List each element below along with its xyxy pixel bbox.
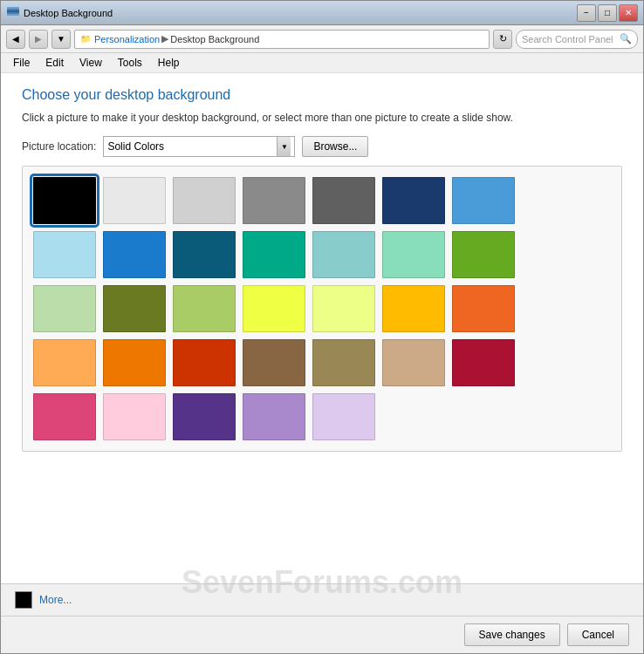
forward-icon: ▶: [35, 34, 42, 44]
color-swatch-1-0[interactable]: [33, 231, 96, 278]
color-swatch-4-4[interactable]: [312, 393, 375, 440]
browse-button[interactable]: Browse...: [302, 136, 368, 157]
refresh-button[interactable]: ↻: [493, 30, 512, 49]
forward-button[interactable]: ▶: [29, 30, 48, 49]
content-area: Choose your desktop background Click a p…: [1, 73, 643, 583]
menu-file[interactable]: File: [6, 55, 37, 71]
color-swatch-2-5[interactable]: [382, 285, 445, 332]
color-swatch-3-2[interactable]: [173, 339, 236, 386]
color-swatch-1-4[interactable]: [312, 231, 375, 278]
color-swatch-0-5[interactable]: [382, 177, 445, 224]
color-swatch-1-1[interactable]: [103, 231, 166, 278]
menu-edit[interactable]: Edit: [38, 55, 71, 71]
footer-buttons: Save changes Cancel: [1, 616, 643, 653]
window-controls: − □ ✕: [577, 4, 638, 22]
color-swatch-2-6[interactable]: [452, 285, 515, 332]
color-swatch-2-1[interactable]: [103, 285, 166, 332]
color-swatch-0-4[interactable]: [312, 177, 375, 224]
address-bar: ◀ ▶ ▼ 📁 Personalization ▶ Desktop Backgr…: [1, 25, 643, 53]
color-swatch-1-2[interactable]: [173, 231, 236, 278]
color-swatch-3-4[interactable]: [312, 339, 375, 386]
search-box[interactable]: Search Control Panel 🔍: [516, 30, 638, 49]
more-link[interactable]: More...: [39, 594, 72, 606]
color-swatch-1-5[interactable]: [382, 231, 445, 278]
picture-location-row: Picture location: Solid Colors ▼ Browse.…: [22, 136, 622, 157]
address-path[interactable]: 📁 Personalization ▶ Desktop Background: [74, 30, 490, 49]
color-swatch-3-3[interactable]: [243, 339, 305, 386]
color-swatch-4-0[interactable]: [33, 393, 96, 440]
color-row-1: [33, 231, 611, 278]
menu-view[interactable]: View: [72, 55, 109, 71]
color-swatch-3-0[interactable]: [33, 339, 96, 386]
search-placeholder: Search Control Panel: [522, 34, 613, 44]
breadcrumb-separator: ▶: [161, 33, 168, 44]
color-swatch-0-0[interactable]: [33, 177, 96, 224]
color-swatch-0-1[interactable]: [103, 177, 166, 224]
color-swatch-2-2[interactable]: [173, 285, 236, 332]
color-swatch-2-0[interactable]: [33, 285, 96, 332]
page-title: Choose your desktop background: [22, 87, 622, 103]
color-swatch-1-6[interactable]: [452, 231, 515, 278]
breadcrumb-current: Desktop Background: [170, 34, 259, 44]
color-swatch-1-3[interactable]: [243, 231, 305, 278]
color-swatch-4-3[interactable]: [243, 393, 305, 440]
color-swatch-0-3[interactable]: [243, 177, 305, 224]
title-bar: Desktop Background − □ ✕: [1, 1, 643, 25]
current-color-preview: [15, 591, 32, 609]
color-row-4: [33, 393, 611, 440]
main-window: Desktop Background − □ ✕ ◀ ▶ ▼ 📁 Persona…: [0, 0, 644, 654]
picture-location-label: Picture location:: [22, 140, 96, 153]
breadcrumb-personalization[interactable]: Personalization: [94, 34, 160, 44]
color-row-3: [33, 339, 611, 386]
main-content-wrapper: Choose your desktop background Click a p…: [1, 73, 643, 653]
color-swatch-0-6[interactable]: [452, 177, 515, 224]
refresh-icon: ↻: [499, 33, 507, 44]
minimize-button[interactable]: −: [577, 4, 596, 22]
dropdown-value: Solid Colors: [107, 140, 277, 153]
window-title: Desktop Background: [24, 8, 577, 18]
search-icon: 🔍: [620, 33, 632, 44]
color-swatch-4-1[interactable]: [103, 393, 166, 440]
close-button[interactable]: ✕: [619, 4, 638, 22]
color-swatch-2-3[interactable]: [243, 285, 305, 332]
menu-bar: File Edit View Tools Help: [1, 53, 643, 73]
picture-location-dropdown[interactable]: Solid Colors ▼: [103, 136, 295, 157]
color-swatch-3-6[interactable]: [452, 339, 515, 386]
dropdown-button[interactable]: ▼: [51, 30, 71, 49]
color-row-2: [33, 285, 611, 332]
dropdown-arrow-icon: ▼: [277, 137, 291, 156]
page-subtitle: Click a picture to make it your desktop …: [22, 112, 622, 124]
dropdown-icon: ▼: [57, 34, 65, 44]
color-grid-container: [22, 166, 622, 452]
save-changes-button[interactable]: Save changes: [464, 623, 560, 646]
folder-icon: 📁: [80, 34, 91, 44]
bottom-bar: More...: [1, 583, 643, 616]
color-swatch-2-4[interactable]: [312, 285, 375, 332]
cancel-button[interactable]: Cancel: [567, 623, 629, 646]
color-row-0: [33, 177, 611, 224]
color-swatch-4-2[interactable]: [173, 393, 236, 440]
color-swatch-3-5[interactable]: [382, 339, 445, 386]
menu-tools[interactable]: Tools: [111, 55, 149, 71]
svg-rect-2: [7, 10, 19, 12]
menu-help[interactable]: Help: [151, 55, 187, 71]
back-button[interactable]: ◀: [6, 30, 25, 49]
color-swatch-0-2[interactable]: [173, 177, 236, 224]
restore-button[interactable]: □: [598, 4, 617, 22]
color-swatch-3-1[interactable]: [103, 339, 166, 386]
back-icon: ◀: [12, 34, 19, 44]
window-icon: [6, 6, 20, 20]
